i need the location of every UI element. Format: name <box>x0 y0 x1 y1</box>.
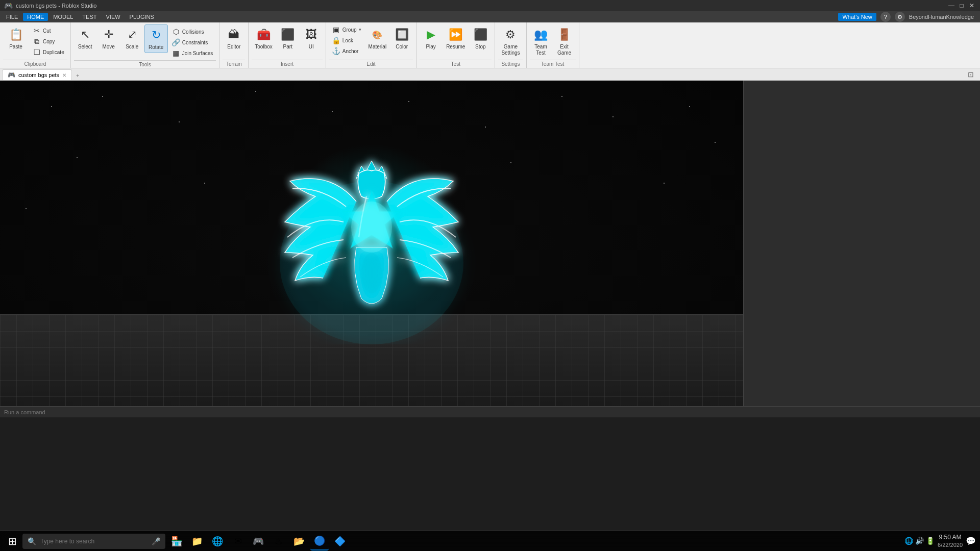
title-bar: 🎮 custom bgs pets - Roblox Studio — □ ✕ <box>0 0 980 11</box>
taskbar-app-mail[interactable]: ✉ <box>229 532 247 550</box>
rotate-button[interactable]: ↻ Rotate <box>144 24 168 53</box>
copy-label: Copy <box>43 39 55 44</box>
menu-model[interactable]: MODEL <box>49 13 77 21</box>
tab-icon: 🎮 <box>8 71 15 79</box>
taskbar-app-files[interactable]: 📁 <box>188 532 206 550</box>
move-icon: ✛ <box>101 27 117 43</box>
team-test-button[interactable]: 👥 TeamTest <box>530 24 552 58</box>
notification-icon[interactable]: 💬 <box>966 536 976 546</box>
color-label: Color <box>396 44 408 50</box>
viewport[interactable] <box>0 81 743 406</box>
tools-label: Tools <box>74 60 216 67</box>
taskbar-right: 🌐 🔊 🔋 9:50 AM 6/22/2020 💬 <box>904 534 976 549</box>
settings-label: Settings <box>498 60 523 67</box>
menu-test[interactable]: TEST <box>78 13 101 21</box>
select-button[interactable]: ↖ Select <box>74 24 96 52</box>
editor-button[interactable]: 🏔 Editor <box>223 24 245 52</box>
taskbar-app-explorer[interactable]: 📂 <box>290 532 308 550</box>
taskbar-app-steam[interactable]: ♨ <box>270 532 288 550</box>
main-tab[interactable]: 🎮 custom bgs pets ✕ <box>2 69 72 80</box>
command-input[interactable] <box>4 409 208 415</box>
taskbar-app-store[interactable]: 🏪 <box>167 532 186 550</box>
anchor-button[interactable]: ⚓ Anchor <box>329 46 364 56</box>
join-surfaces-icon: ▦ <box>172 49 180 57</box>
terrain-label: Terrain <box>223 60 245 67</box>
team-test-label: Team Test <box>530 60 576 67</box>
resume-icon: ⏩ <box>448 27 464 43</box>
game-settings-button[interactable]: ⚙ GameSettings <box>498 24 523 58</box>
tools-stack: ⬡ Collisions 🔗 Constraints ▦ Join Surfac… <box>169 24 216 59</box>
edit-label: Edit <box>329 60 413 67</box>
toolbox-button[interactable]: 🧰 Toolbox <box>252 24 275 52</box>
rotate-icon: ↻ <box>148 27 164 43</box>
paste-label: Paste <box>9 44 22 50</box>
search-input[interactable] <box>40 538 132 545</box>
command-bar <box>0 406 980 417</box>
join-surfaces-button[interactable]: ▦ Join Surfaces <box>169 48 216 58</box>
clock: 9:50 AM 6/22/2020 <box>938 534 963 549</box>
lock-button[interactable]: 🔒 Lock <box>329 35 364 45</box>
color-button[interactable]: 🔲 Color <box>390 24 413 52</box>
play-button[interactable]: ▶ Play <box>420 24 442 52</box>
stop-label: Stop <box>475 44 486 50</box>
menu-view[interactable]: VIEW <box>102 13 124 21</box>
close-button[interactable]: ✕ <box>968 2 976 10</box>
title-bar-right: — □ ✕ <box>947 2 976 10</box>
constraints-button[interactable]: 🔗 Constraints <box>169 37 216 47</box>
taskbar-app-chrome[interactable]: 🔵 <box>310 532 329 550</box>
battery-icon: 🔋 <box>926 537 935 545</box>
ui-button[interactable]: 🖼 UI <box>300 24 323 52</box>
ribbon-settings: ⚙ GameSettings Settings <box>495 22 526 68</box>
game-settings-icon: ⚙ <box>502 27 519 43</box>
taskbar-app-other[interactable]: 🔷 <box>331 532 349 550</box>
menu-file[interactable]: FILE <box>2 13 22 21</box>
group-button[interactable]: ▣ Group ▾ <box>329 24 364 35</box>
scale-button[interactable]: ⤢ Scale <box>121 24 143 52</box>
material-icon: 🎨 <box>369 27 385 43</box>
resume-button[interactable]: ⏩ Resume <box>443 24 468 52</box>
settings-button[interactable]: ⚙ <box>895 12 905 22</box>
whats-new-button[interactable]: What's New <box>838 13 876 21</box>
paste-icon: 📋 <box>8 27 24 43</box>
taskbar-app-roblox[interactable]: 🎮 <box>249 532 267 550</box>
exit-game-button[interactable]: 🚪 ExitGame <box>553 24 576 58</box>
start-button[interactable]: ⊞ <box>4 533 20 549</box>
cut-button[interactable]: ✂ Cut <box>30 26 67 36</box>
tab-close-button[interactable]: ✕ <box>62 72 66 78</box>
menu-home[interactable]: HOME <box>23 13 48 21</box>
tab-bar: 🎮 custom bgs pets ✕ + ⊡ <box>0 68 980 81</box>
stop-button[interactable]: ⬛ Stop <box>469 24 492 52</box>
duplicate-button[interactable]: ❑ Duplicate <box>30 47 67 57</box>
ribbon-insert: 🧰 Toolbox ⬛ Part 🖼 UI Insert <box>249 22 326 68</box>
panel-toggle[interactable]: ⊡ <box>964 69 978 80</box>
ui-icon: 🖼 <box>303 27 320 43</box>
select-label: Select <box>78 44 92 50</box>
part-button[interactable]: ⬛ Part <box>277 24 299 52</box>
time-display: 9:50 AM <box>938 534 963 542</box>
move-button[interactable]: ✛ Move <box>97 24 120 52</box>
maximize-button[interactable]: □ <box>958 2 966 10</box>
scale-label: Scale <box>126 44 138 50</box>
collisions-button[interactable]: ⬡ Collisions <box>169 27 216 37</box>
taskbar-search[interactable]: 🔍 🎤 <box>22 534 165 549</box>
minimize-button[interactable]: — <box>947 2 955 10</box>
constraints-icon: 🔗 <box>172 38 180 46</box>
insert-label: Insert <box>252 60 322 67</box>
anchor-icon: ⚓ <box>332 47 340 55</box>
help-button[interactable]: ? <box>880 12 891 22</box>
material-button[interactable]: 🎨 Material <box>365 24 390 52</box>
part-label: Part <box>283 44 292 50</box>
tab-label: custom bgs pets <box>18 72 59 78</box>
copy-button[interactable]: ⧉ Copy <box>30 36 67 46</box>
paste-button[interactable]: 📋 Paste <box>3 24 29 52</box>
cut-icon: ✂ <box>33 27 41 35</box>
svg-point-5 <box>361 253 382 293</box>
ribbon: 📋 Paste ✂ Cut ⧉ Copy ❑ Duplicate Cli <box>0 22 980 68</box>
taskbar-app-browser[interactable]: 🌐 <box>208 532 227 550</box>
ribbon-terrain: 🏔 Editor Terrain <box>219 22 249 68</box>
new-tab-button[interactable]: + <box>72 71 83 80</box>
ribbon-team-test: 👥 TeamTest 🚪 ExitGame Team Test <box>527 22 579 68</box>
team-test-icon: 👥 <box>533 27 549 43</box>
anchor-label: Anchor <box>342 48 359 54</box>
menu-plugins[interactable]: PLUGINS <box>126 13 158 21</box>
